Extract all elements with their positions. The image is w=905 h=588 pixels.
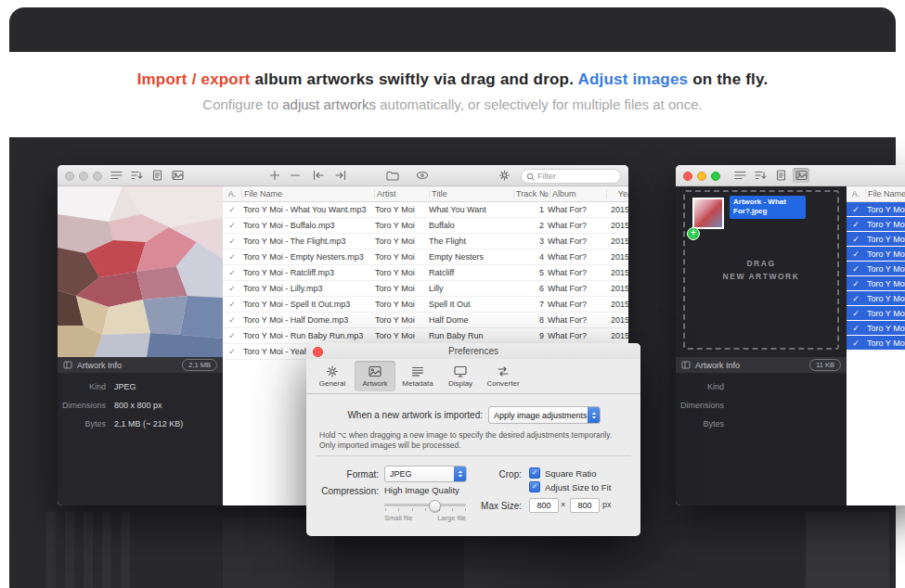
help-text: Hold ⌥ when dragging a new image to spec… (319, 430, 612, 440)
tab-label: Artwork (362, 379, 387, 388)
selected-table-row[interactable]: ✓Toro Y Moi (847, 291, 905, 305)
dragged-artwork-thumbnail (692, 198, 724, 229)
cell-title: Lilly (427, 284, 511, 293)
table-row[interactable]: ✓Toro Y Moi - Spell It Out.mp3Toro Y Moi… (223, 297, 628, 313)
new-document-icon[interactable] (772, 168, 789, 183)
filter-search-input[interactable]: Filter (521, 169, 621, 184)
minimize-button[interactable] (79, 172, 88, 181)
column-header-year[interactable]: Year (606, 189, 628, 198)
table-row[interactable]: ✓Toro Y Moi - Run Baby Run.mp3Toro Y Moi… (223, 328, 628, 344)
table-row[interactable]: ✓Toro Y Moi - What You Want.mp3Toro Y Mo… (223, 202, 628, 218)
cell-filename: Toro Y Moi (865, 279, 905, 288)
slider-thumb[interactable] (429, 500, 441, 512)
table-row[interactable]: ✓Toro Y Moi - The Flight.mp3Toro Y MoiTh… (223, 234, 628, 249)
column-header-filename[interactable]: File Name (241, 189, 374, 198)
column-header-filename[interactable]: File Name (865, 189, 905, 198)
sort-order-icon[interactable] (752, 168, 769, 183)
column-header-checked[interactable]: A. (847, 189, 865, 198)
table-row[interactable]: ✓Toro Y Moi - Half Dome.mp3Toro Y MoiHal… (223, 313, 628, 328)
selected-table-row[interactable]: ✓Toro Y Moi (847, 321, 905, 335)
album-artwork-preview[interactable] (58, 186, 223, 357)
selected-table-row[interactable]: ✓Toro Y Moi (847, 262, 905, 275)
slider-min-label: Small file (384, 514, 412, 522)
tab-converter[interactable]: Converter (483, 361, 524, 391)
selected-table-row[interactable]: ✓Toro Y Moi (847, 247, 905, 261)
minimize-button[interactable] (697, 172, 706, 181)
sort-list-icon[interactable] (731, 168, 748, 183)
move-right-icon[interactable] (331, 168, 348, 183)
selected-table-row[interactable]: ✓Toro Y Moi (847, 336, 905, 350)
max-width-field[interactable]: 800 (529, 498, 559, 513)
column-header-title[interactable]: Title (429, 189, 513, 198)
cell-year: 2015 (601, 315, 628, 325)
cell-filename: Toro Y Moi - Spell It Out.mp3 (241, 300, 373, 309)
column-header-checked[interactable]: A. (223, 189, 241, 198)
table-header[interactable]: A. File Name (847, 186, 905, 202)
checkbox-checked-icon[interactable]: ✓ (529, 467, 540, 479)
selected-table-row[interactable]: ✓Toro Y Moi (847, 276, 905, 290)
selected-table-row[interactable]: ✓Toro Y Moi (847, 217, 905, 231)
titlebar[interactable]: Filter (58, 165, 628, 186)
table-row[interactable]: ✓Toro Y Moi - Empty Nesters.mp3Toro Y Mo… (223, 249, 628, 265)
slider-track[interactable] (384, 504, 466, 506)
traffic-lights (65, 172, 102, 181)
table-row[interactable]: ✓Toro Y Moi - Lilly.mp3Toro Y MoiLilly6W… (223, 281, 628, 297)
move-left-icon[interactable] (310, 168, 327, 183)
cell-filename: Toro Y Moi (865, 294, 905, 303)
dialog-titlebar[interactable]: Preferences (306, 343, 640, 359)
cell-title: Spell It Out (427, 300, 511, 309)
marketing-banner: Import / export album artworks swiftly v… (9, 52, 896, 137)
artwork-panel-icon[interactable] (793, 168, 809, 183)
artwork-info-header[interactable]: Artwork Info 11 KB (676, 357, 847, 373)
tab-artwork[interactable]: Artwork (355, 361, 395, 391)
cell-filename: Toro Y Moi - The Flight.mp3 (241, 236, 373, 246)
close-button[interactable] (65, 172, 74, 181)
preferences-dialog: Preferences General Artwork Metadata Dis… (306, 343, 640, 536)
adjust-size-option[interactable]: ✓ Adjust Size to Fit (529, 481, 611, 492)
folder-icon[interactable] (384, 168, 401, 183)
disclosure-icon (681, 361, 691, 369)
file-table: A. File Name ✓Toro Y Moi✓Toro Y Moi✓Toro… (847, 186, 905, 505)
tab-general[interactable]: General (312, 361, 353, 391)
check-icon: ✓ (847, 294, 865, 303)
check-icon: ✓ (223, 300, 241, 309)
compression-slider[interactable]: Small file Large file (384, 500, 466, 524)
remove-files-button[interactable] (287, 168, 304, 183)
quick-look-icon[interactable] (414, 168, 431, 183)
table-header[interactable]: A. File Name Artist Title Track № Album … (223, 186, 628, 202)
sort-list-icon[interactable] (108, 168, 124, 183)
max-height-field[interactable]: 800 (570, 498, 600, 513)
square-ratio-option[interactable]: ✓ Square Ratio (529, 467, 596, 479)
imported-popup[interactable]: Apply image adjustments (488, 406, 601, 424)
column-header-track[interactable]: Track № (513, 189, 549, 198)
tab-display[interactable]: Display (440, 361, 481, 391)
list-icon (411, 365, 424, 377)
dialog-title: Preferences (448, 346, 498, 356)
table-row[interactable]: ✓Toro Y Moi - Ratcliff.mp3Toro Y MoiRatc… (223, 265, 628, 281)
column-header-artist[interactable]: Artist (374, 189, 429, 198)
popup-value: JPEG (390, 469, 412, 479)
titlebar[interactable] (676, 165, 905, 186)
add-files-button[interactable] (266, 168, 283, 183)
checkbox-checked-icon[interactable]: ✓ (529, 481, 540, 492)
selected-table-row[interactable]: ✓Toro Y Moi (847, 306, 905, 320)
selected-table-row[interactable]: ✓Toro Y Moi (847, 232, 905, 246)
table-row[interactable]: ✓Toro Y Moi - Buffalo.mp3Toro Y MoiBuffa… (223, 218, 628, 234)
zoom-button[interactable] (711, 172, 720, 181)
tab-metadata[interactable]: Metadata (397, 361, 438, 391)
subheadline: Configure to adjust artworks automatical… (9, 96, 896, 112)
zoom-button[interactable] (93, 172, 102, 181)
sort-order-icon[interactable] (128, 168, 145, 183)
column-header-album[interactable]: Album (549, 189, 606, 198)
artwork-panel-icon[interactable] (169, 168, 186, 183)
new-document-icon[interactable] (149, 168, 165, 183)
close-button[interactable] (313, 347, 323, 357)
cell-artist: Toro Y Moi (373, 236, 427, 246)
artwork-info-header[interactable]: Artwork Info 2,1 MB (58, 357, 223, 373)
format-popup[interactable]: JPEG (384, 466, 467, 482)
gear-icon[interactable] (496, 168, 512, 183)
selected-table-row[interactable]: ✓Toro Y Moi (847, 202, 905, 216)
close-button[interactable] (683, 172, 692, 181)
cell-filename: Toro Y Moi - Ratcliff.mp3 (241, 268, 373, 277)
drag-drop-window: Artwork - What For?.jpeg + DRAG NEW ARTW… (676, 165, 905, 505)
